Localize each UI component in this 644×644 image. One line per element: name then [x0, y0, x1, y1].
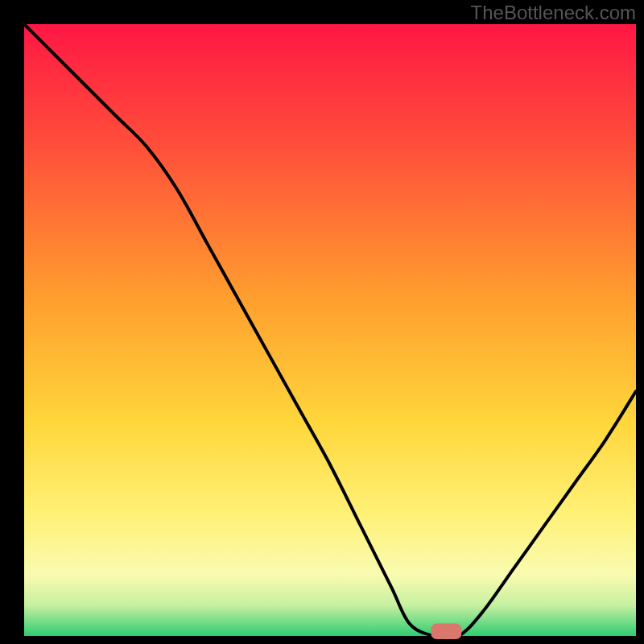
- watermark-text: TheBottleneck.com: [471, 2, 636, 24]
- optimal-marker: [431, 624, 461, 639]
- bottleneck-chart: TheBottleneck.com: [0, 0, 644, 644]
- chart-svg: [0, 0, 644, 644]
